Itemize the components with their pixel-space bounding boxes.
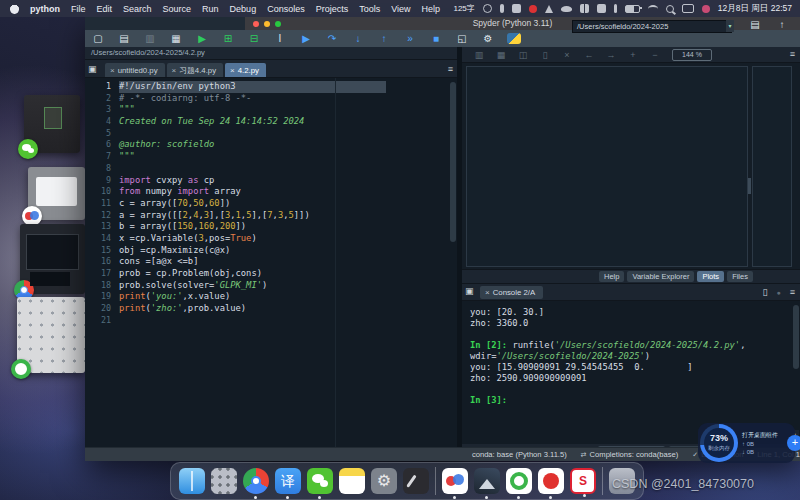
dock-redapple-icon[interactable]: [538, 468, 564, 494]
menu-item-source[interactable]: Source: [163, 4, 192, 14]
zoom-window-button[interactable]: [275, 21, 281, 27]
new-file-icon[interactable]: ▢: [85, 31, 111, 47]
browse-directory-icon[interactable]: ▤: [747, 19, 763, 31]
tab-variable-explorer[interactable]: Variable Explorer: [627, 271, 694, 282]
dock-launchpad-icon[interactable]: [211, 468, 237, 494]
plot-thumbnail-list[interactable]: [752, 66, 792, 267]
previous-plot-icon[interactable]: ←: [578, 50, 600, 60]
save-plot-icon[interactable]: ▥: [468, 50, 490, 60]
display-icon[interactable]: [682, 4, 694, 13]
editor-scrollbar[interactable]: [450, 82, 456, 242]
dock-translate-icon[interactable]: 译: [275, 468, 301, 494]
browse-tabs-icon[interactable]: ▣: [88, 63, 100, 75]
path-dropdown-icon[interactable]: ▾: [726, 20, 734, 32]
run-selection-icon[interactable]: I: [267, 31, 293, 47]
preferences-icon[interactable]: ⚙: [475, 31, 501, 47]
window-thumbnail-wechat[interactable]: [24, 95, 80, 153]
editor-options-icon[interactable]: ≡: [448, 64, 453, 74]
dock-notes-icon[interactable]: [339, 468, 365, 494]
console-options-icon[interactable]: ≡: [790, 287, 795, 297]
menu-item-search[interactable]: Search: [123, 4, 152, 14]
editor-tab[interactable]: ×untitled0.py: [105, 63, 165, 77]
window-thumbnail-terminal[interactable]: [20, 224, 85, 294]
dock-photos-icon[interactable]: [474, 468, 500, 494]
apple-menu-icon[interactable]: [10, 4, 19, 14]
menu-item-tools[interactable]: Tools: [359, 4, 380, 14]
dock-greenring-icon[interactable]: [506, 468, 532, 494]
share-icon[interactable]: [545, 5, 553, 13]
next-plot-icon[interactable]: →: [600, 50, 622, 60]
close-icon[interactable]: ×: [230, 66, 235, 75]
dock-chrome-icon[interactable]: [243, 468, 269, 494]
close-plot-icon[interactable]: ▯: [534, 50, 556, 60]
python-env-icon[interactable]: [507, 33, 521, 44]
smiley-icon[interactable]: [483, 4, 492, 13]
menu-item-debug[interactable]: Debug: [230, 4, 257, 14]
debug-icon[interactable]: ▶: [293, 31, 319, 47]
record-icon[interactable]: [529, 5, 537, 13]
save-all-plots-icon[interactable]: ▦: [490, 50, 512, 60]
dock-netdisk-icon[interactable]: [442, 468, 468, 494]
close-icon[interactable]: ×: [172, 66, 177, 75]
save-icon[interactable]: ▥: [137, 31, 163, 47]
menu-item-projects[interactable]: Projects: [316, 4, 349, 14]
close-window-button[interactable]: [253, 21, 259, 27]
stop-icon[interactable]: ■: [423, 31, 449, 47]
recording-dot-icon[interactable]: [702, 5, 710, 13]
menu-item-help[interactable]: Help: [422, 4, 441, 14]
step-into-icon[interactable]: ↓: [345, 31, 371, 47]
close-icon[interactable]: ×: [485, 288, 490, 297]
save-all-icon[interactable]: ▦: [163, 31, 189, 47]
menu-item-consoles[interactable]: Consoles: [267, 4, 305, 14]
cloud-icon[interactable]: [561, 6, 572, 12]
editor-tab[interactable]: ×4.2.py: [225, 63, 266, 77]
search-icon[interactable]: [666, 5, 674, 13]
mic-icon[interactable]: [500, 4, 504, 13]
run-icon[interactable]: ▶: [189, 31, 215, 47]
wifi-icon[interactable]: [648, 5, 658, 13]
code-area[interactable]: 1#!/usr/bin/env python32# -*- codiarng: …: [85, 78, 457, 448]
window-thumbnail-app-grid[interactable]: [17, 297, 85, 373]
editor-tab[interactable]: ×习题4.4.py: [167, 63, 224, 77]
working-directory-input[interactable]: /Users/scofieldo/2024-2025: [572, 20, 732, 33]
plot-zoom-level[interactable]: 144 %: [672, 49, 712, 61]
keyboard-icon[interactable]: [512, 4, 521, 13]
tab-files[interactable]: Files: [727, 271, 753, 282]
plots-options-icon[interactable]: ≡: [790, 49, 795, 59]
dock-keychain-icon[interactable]: [403, 468, 429, 494]
dock-settings-icon[interactable]: ⚙: [371, 468, 397, 494]
dock-wechat-icon[interactable]: [307, 468, 333, 494]
dock-sapp-icon[interactable]: S: [570, 468, 596, 494]
parent-directory-icon[interactable]: ↑: [775, 19, 789, 31]
tab-plots[interactable]: Plots: [697, 271, 724, 282]
menu-item-file[interactable]: File: [71, 4, 86, 14]
tiles-icon[interactable]: [580, 4, 589, 13]
maximize-pane-icon[interactable]: ◱: [449, 31, 475, 47]
memory-widget[interactable]: 73% 剩余内存 打开桌面组件 ↑ 0B ↓ 0B +: [698, 423, 795, 463]
close-all-plots-icon[interactable]: ×: [556, 50, 578, 60]
open-file-icon[interactable]: ▤: [111, 31, 137, 47]
console-scrollbar[interactable]: [793, 305, 799, 369]
close-icon[interactable]: ×: [110, 66, 115, 75]
add-widget-button[interactable]: +: [787, 435, 800, 451]
bluetooth-icon[interactable]: [614, 4, 617, 13]
dock-finder-icon[interactable]: [179, 468, 205, 494]
plot-thumbnail-scrollbar[interactable]: [748, 178, 751, 194]
battery-icon[interactable]: [625, 5, 640, 13]
run-cell-icon[interactable]: ⊞: [215, 31, 241, 47]
window-thumbnail-netdisk-dialog[interactable]: [28, 167, 85, 220]
step-out-icon[interactable]: ↑: [371, 31, 397, 47]
copy-plot-icon[interactable]: ◫: [512, 50, 534, 60]
zoom-in-icon[interactable]: +: [622, 50, 644, 60]
menu-item-edit[interactable]: Edit: [97, 4, 113, 14]
console-tab[interactable]: × Console 2/A: [480, 286, 543, 299]
interrupt-kernel-icon[interactable]: ●: [777, 289, 781, 296]
menu-clock[interactable]: 12月8日 周日 22:57: [718, 3, 792, 15]
menu-item-view[interactable]: View: [391, 4, 410, 14]
switch-icon[interactable]: [597, 4, 606, 13]
step-over-icon[interactable]: ↷: [319, 31, 345, 47]
app-menu[interactable]: python: [30, 4, 60, 14]
continue-icon[interactable]: »: [397, 31, 423, 47]
menu-item-run[interactable]: Run: [202, 4, 219, 14]
run-cell-advance-icon[interactable]: ⊟: [241, 31, 267, 47]
